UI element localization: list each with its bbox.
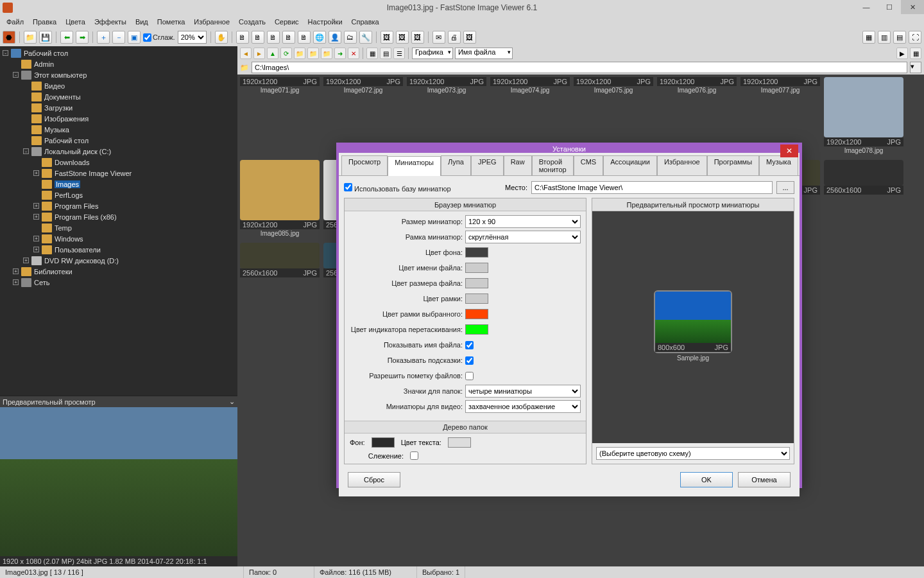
tool-icon[interactable]: 🗎 <box>236 31 249 44</box>
tree-node[interactable]: -Локальный диск (C:) <box>1 146 236 157</box>
menu-Файл[interactable]: Файл <box>3 17 28 27</box>
tree-node[interactable]: Загрузки <box>1 102 236 113</box>
showtips-checkbox[interactable] <box>465 356 474 365</box>
tree-bg-picker[interactable] <box>372 437 395 448</box>
tree-node[interactable]: Temp <box>1 222 236 233</box>
grid-icon[interactable]: ▦ <box>910 48 921 59</box>
smooth-checkbox[interactable]: Сглаж. <box>143 33 175 42</box>
preview-image[interactable] <box>0 407 237 556</box>
fullscreen-icon[interactable]: ⛶ <box>909 31 921 44</box>
sort-type-select[interactable]: Графика <box>412 48 453 59</box>
forward-icon[interactable]: ➡ <box>76 31 89 44</box>
address-dropdown[interactable]: ▾ <box>910 62 921 73</box>
tree-text-picker[interactable] <box>448 437 471 448</box>
menu-Сервис[interactable]: Сервис <box>271 17 303 27</box>
nav-folder-icon[interactable]: 📁 <box>307 48 319 59</box>
dialog-titlebar[interactable]: Установки ✕ <box>339 145 800 153</box>
layout-icon[interactable]: ▦ <box>862 31 875 44</box>
thumbnail[interactable]: 2560x1600JPG <box>240 243 320 277</box>
nav-folder-icon[interactable]: 📁 <box>321 48 332 59</box>
folder-tree[interactable]: -Рабочий столAdmin-Этот компьютерВидеоДо… <box>0 46 237 396</box>
toolbar-icon[interactable]: ⬣ <box>3 31 15 44</box>
tracking-checkbox[interactable] <box>410 451 418 460</box>
tool-icon[interactable]: 🖼 <box>463 31 476 44</box>
dialog-tab[interactable]: Лупа <box>441 155 471 175</box>
tool-icon[interactable]: 🖼 <box>411 31 424 44</box>
tool-icon[interactable]: 🗎 <box>267 31 280 44</box>
tree-node[interactable]: -Этот компьютер <box>1 69 236 80</box>
zoom-in-icon[interactable]: ＋ <box>97 31 110 44</box>
menu-Пометка[interactable]: Пометка <box>153 17 189 27</box>
back-icon[interactable]: ⬅ <box>60 31 73 44</box>
dialog-tab[interactable]: Raw <box>504 155 532 175</box>
nav-up-icon[interactable]: ▲ <box>267 48 278 59</box>
tree-node[interactable]: Images <box>1 179 236 189</box>
tool-icon[interactable]: 🗎 <box>252 31 264 44</box>
tree-node[interactable]: Видео <box>1 80 236 91</box>
menu-Цвета[interactable]: Цвета <box>62 17 89 27</box>
dialog-tab[interactable]: JPEG <box>471 155 504 175</box>
dialog-tab[interactable]: Просмотр <box>341 155 388 175</box>
open-icon[interactable]: 📁 <box>24 31 37 44</box>
thumbnail[interactable]: 1920x1200JPGImage078.jpg <box>824 77 903 156</box>
dragcolor-picker[interactable] <box>465 324 488 335</box>
tree-node[interactable]: +Сеть <box>1 277 236 288</box>
nav-delete-icon[interactable]: ✕ <box>348 48 359 59</box>
menu-Настройки[interactable]: Настройки <box>304 17 346 27</box>
selcolor-picker[interactable] <box>465 309 488 319</box>
menu-Эффекты[interactable]: Эффекты <box>90 17 130 27</box>
framecolor-picker[interactable] <box>465 293 488 304</box>
menu-Правка[interactable]: Правка <box>29 17 60 27</box>
thumbnail[interactable]: 2560x1600JPG <box>824 160 903 239</box>
tree-node[interactable]: PerfLogs <box>1 189 236 200</box>
zoom-out-icon[interactable]: － <box>112 31 125 44</box>
menu-Вид[interactable]: Вид <box>132 17 152 27</box>
browse-button[interactable]: ... <box>776 181 794 194</box>
tree-node[interactable]: +Библиотеки <box>1 266 236 277</box>
tool-icon[interactable]: 🗂 <box>344 31 357 44</box>
dialog-tab[interactable]: Программы <box>707 155 759 175</box>
close-button[interactable]: ✕ <box>901 0 924 14</box>
nav-forward2-icon[interactable]: ➜ <box>334 48 346 59</box>
tool-icon[interactable]: 🌐 <box>313 31 326 44</box>
tool-icon[interactable]: 🖼 <box>396 31 409 44</box>
tree-node[interactable]: Рабочий стол <box>1 135 236 146</box>
cancel-button[interactable]: Отмена <box>738 472 791 487</box>
thumbnail[interactable]: 1920x1200JPGImage085.jpg <box>240 160 320 239</box>
use-db-checkbox[interactable]: Использовать базу миниатюр <box>344 183 451 193</box>
nav-forward-icon[interactable]: ► <box>253 48 265 59</box>
dialog-tab[interactable]: Ассоциации <box>603 155 657 175</box>
tree-node[interactable]: +Program Files <box>1 200 236 211</box>
tree-node[interactable]: +Пользователи <box>1 244 236 255</box>
slideshow-icon[interactable]: ▶ <box>896 48 908 59</box>
tree-node[interactable]: Изображения <box>1 113 236 124</box>
collapse-icon[interactable]: ⌄ <box>229 398 235 406</box>
layout-icon[interactable]: ▥ <box>878 31 891 44</box>
place-input[interactable]: C:\FastStone Image Viewer\ <box>531 181 773 194</box>
namecolor-picker[interactable] <box>465 263 488 273</box>
videothumbs-select[interactable]: захваченное изображение <box>465 400 581 413</box>
tool-icon[interactable]: 🗎 <box>298 31 311 44</box>
tool-icon[interactable]: 🔧 <box>359 31 372 44</box>
sort-field-select[interactable]: Имя файла <box>455 48 513 59</box>
bgcolor-picker[interactable] <box>465 247 488 258</box>
tree-node[interactable]: Документы <box>1 91 236 102</box>
tree-node[interactable]: Downloads <box>1 157 236 168</box>
dialog-tab[interactable]: Музыка <box>759 155 798 175</box>
menu-Избранное[interactable]: Избранное <box>190 17 234 27</box>
dialog-tab[interactable]: Второй монитор <box>532 155 574 175</box>
menu-Создать[interactable]: Создать <box>235 17 270 27</box>
tool-icon[interactable]: 👤 <box>329 31 341 44</box>
menu-Справка[interactable]: Справка <box>348 17 383 27</box>
address-input[interactable]: C:\Images\ <box>252 62 907 73</box>
view-icon[interactable]: ▤ <box>380 48 391 59</box>
thumb-size-select[interactable]: 120 x 90 <box>465 215 581 228</box>
dialog-tab[interactable]: Избранное <box>657 155 707 175</box>
layout-icon[interactable]: ▤ <box>893 31 906 44</box>
thumbnail[interactable]: 1920x1200JPGImage071.jpg <box>240 77 320 156</box>
view-icon[interactable]: ▦ <box>366 48 378 59</box>
mail-icon[interactable]: ✉ <box>432 31 445 44</box>
tree-node[interactable]: -Рабочий стол <box>1 48 236 58</box>
tree-node[interactable]: Музыка <box>1 124 236 135</box>
dialog-tab[interactable]: CMS <box>574 155 603 175</box>
